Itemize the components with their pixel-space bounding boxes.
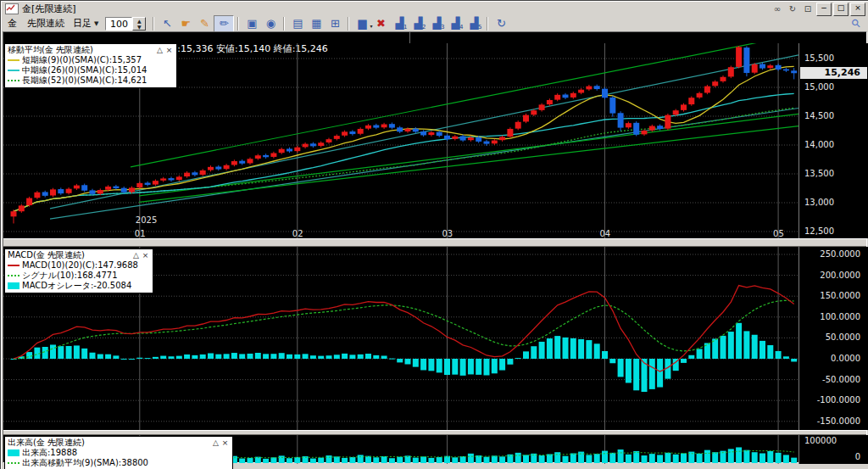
preset-chart-2-button[interactable]: ▟2 — [409, 16, 427, 31]
macd-legend-title: MACD(金 先限連続) — [8, 250, 131, 260]
dock-icon[interactable]: ⊡ — [801, 3, 815, 14]
legend-row: 短期線(9)(0)(SMA)(C):15,357 — [8, 55, 174, 65]
legend-row: 出来高:19888 — [8, 448, 230, 458]
price-tick: 13,500 — [799, 169, 868, 179]
remove-indicator-icon: ✖ — [376, 17, 386, 30]
macd-legend: MACD(金 先限連続) △ × MACD(10)(20)(C):147.968… — [4, 248, 153, 293]
oscillator-swatch — [8, 282, 19, 289]
note-button[interactable]: ▤ — [288, 16, 307, 31]
macd-tick: -50.0000 — [799, 375, 868, 385]
macd-tick: 50.0000 — [799, 332, 868, 343]
pan-tool-icon: ☛ — [181, 17, 192, 30]
bars-count-value[interactable]: 100 — [105, 17, 132, 31]
chart-window: 金[先限連続] ∞ ↻ ⊡ − □ × 金 先限連続 日足 ▼ 100 ▲ ▼ … — [0, 0, 868, 469]
preset-chart-1-icon: ▟ — [395, 17, 403, 30]
macd-tick: 250.0000 — [799, 249, 868, 260]
minimize-button[interactable]: − — [816, 3, 832, 16]
price-tick: 13,000 — [799, 198, 868, 208]
volume-legend-title: 出来高(金 先限連続) — [8, 438, 211, 448]
highlight-tool-button[interactable]: ✏ — [214, 15, 234, 32]
ma-short-swatch — [8, 59, 19, 61]
refresh-icon: ↻ — [497, 17, 506, 30]
legend-row: 長期線(52)(0)(SMA)(C):14,621 — [8, 75, 174, 86]
signal-swatch — [8, 275, 19, 276]
title-bar[interactable]: 金[先限連続] ∞ ↻ ⊡ − □ × — [3, 3, 867, 15]
legend-close-icon[interactable]: × — [141, 250, 150, 260]
legend-minimize-icon[interactable]: △ — [131, 250, 141, 260]
price-tick: 15,500 — [799, 53, 868, 64]
macd-tick: 150.0000 — [799, 291, 868, 301]
macd-tick: 200.0000 — [799, 271, 868, 281]
grid-button[interactable]: ⊞ — [326, 16, 344, 31]
legend-minimize-icon[interactable]: △ — [211, 438, 220, 448]
chart-frame-button[interactable]: ▣ — [242, 16, 261, 31]
legend-close-icon[interactable]: × — [164, 45, 174, 55]
preset-chart-3-button[interactable]: ▟3 — [427, 16, 446, 31]
maximize-button[interactable]: □ — [833, 3, 849, 16]
symbol-label: 金 — [8, 17, 17, 30]
legend-close-icon[interactable]: × — [220, 438, 230, 448]
preset-chart-4-icon: ▟ — [451, 17, 459, 30]
legend-row: MACDオシレータ:-20.5084 — [8, 281, 150, 291]
draw-line-tool-button[interactable]: ✎ — [195, 16, 214, 31]
spin-up-icon[interactable]: ▲ — [133, 18, 145, 24]
volume-tick: 100000 — [799, 436, 868, 446]
price-tick: 15,000 — [799, 82, 868, 92]
preset-chart-3-icon: ▟ — [432, 17, 441, 30]
volume-axis: 100000 0 — [798, 435, 868, 464]
chart-type-icon: ▆ — [358, 17, 366, 30]
volume-tick: 0 — [799, 452, 868, 462]
svg-text:04: 04 — [600, 229, 611, 238]
remove-indicator-button[interactable]: ✖ — [371, 16, 390, 31]
legend-row: 中期線(26)(0)(SMA)(C):15,014 — [8, 65, 174, 75]
preset-chart-5-button[interactable]: ▟5 — [465, 16, 483, 31]
price-tick: 14,000 — [799, 140, 868, 150]
price-axis: 15,500 15,000 14,500 14,000 13,500 13,00… — [798, 43, 868, 238]
contract-label: 先限連続 — [27, 17, 64, 30]
last-price-tag: 15,246 — [800, 67, 867, 79]
chart-type-button[interactable]: ▆▾ — [353, 16, 371, 31]
legend-minimize-icon[interactable]: △ — [155, 45, 164, 55]
toolbar: 金 先限連続 日足 ▼ 100 ▲ ▼ ↖ ☛ ✎ ✏ ▣ ◉ ▤ ▦ ⊞ ▆▾… — [3, 15, 867, 32]
preset-chart-4-button[interactable]: ▟4 — [446, 16, 465, 31]
panel-splitter[interactable] — [3, 238, 866, 247]
ma-legend: 移動平均(金 先限連続) △ × 短期線(9)(0)(SMA)(C):15,35… — [4, 43, 177, 88]
table-icon: ▦ — [311, 17, 321, 30]
table-button[interactable]: ▦ — [307, 16, 326, 31]
preset-chart-2-icon: ▟ — [414, 17, 422, 30]
note-icon: ▤ — [292, 17, 303, 30]
window-title: 金[先限連続] — [22, 3, 76, 15]
preset-chart-5-icon: ▟ — [470, 17, 478, 30]
close-button[interactable]: × — [850, 3, 865, 16]
svg-text:03: 03 — [442, 229, 453, 238]
web-button[interactable]: ◉ — [261, 16, 280, 31]
search-button[interactable]: ⚲ — [852, 17, 860, 30]
macd-axis: 250.0000 200.0000 150.0000 100.0000 50.0… — [798, 247, 868, 430]
volume-swatch — [8, 449, 19, 456]
draw-line-tool-icon: ✎ — [200, 17, 209, 30]
select-tool-button[interactable]: ↖ — [158, 16, 176, 31]
pan-tool-button[interactable]: ☛ — [176, 16, 195, 31]
volume-ma-swatch — [8, 462, 19, 464]
refresh-button[interactable]: ↻ — [492, 16, 510, 31]
legend-row: シグナル(10):168.4771 — [8, 271, 150, 281]
period-dropdown[interactable]: 日足 ▼ — [73, 17, 98, 30]
reload-icon[interactable]: ↻ — [786, 3, 799, 14]
grid-icon: ⊞ — [331, 17, 340, 30]
legend-row: 出来高移動平均(9)(SMA):38800 — [8, 458, 230, 468]
macd-tick: 100.0000 — [799, 312, 868, 322]
macd-tick: -150.0000 — [799, 416, 868, 427]
link-icon[interactable]: ∞ — [771, 3, 784, 14]
spin-down-icon[interactable]: ▼ — [133, 24, 145, 30]
search-icon: ⚲ — [849, 16, 864, 31]
svg-text:05: 05 — [773, 229, 784, 238]
bars-count-spinner[interactable]: 100 ▲ ▼ — [105, 17, 146, 31]
select-tool-icon: ↖ — [163, 17, 172, 30]
macd-swatch — [8, 265, 19, 266]
app-icon — [5, 3, 19, 14]
legend-row: MACD(10)(20)(C):147.9688 — [8, 260, 150, 271]
ohlc-info-bar: 日付:2025/05/01 始値:15,290 高値:15,336 安値:15,… — [3, 32, 866, 43]
macd-tick: 0.0000 — [799, 354, 868, 364]
ma-long-swatch — [8, 80, 19, 81]
preset-chart-1-button[interactable]: ▟1 — [390, 16, 409, 31]
